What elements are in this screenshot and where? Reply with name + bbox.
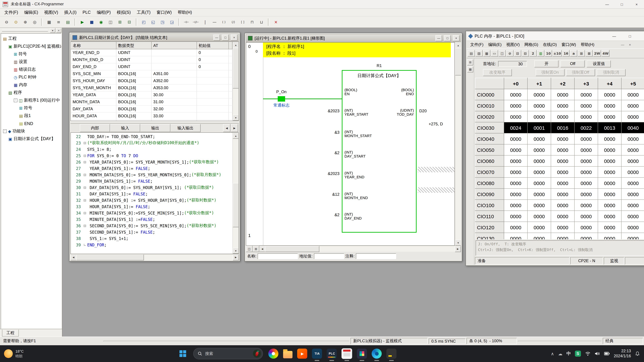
fb-maximize-button[interactable]: □ xyxy=(222,34,229,40)
memory-minimize-button[interactable]: — xyxy=(608,32,621,40)
start-button[interactable] xyxy=(178,349,188,359)
memory-cell[interactable]: 0000 xyxy=(504,189,528,200)
project-view-icon[interactable]: ◰ xyxy=(139,17,148,26)
var-table-cell[interactable]: MONTH_DATA xyxy=(71,98,116,105)
tray-overflow-chevron-icon[interactable]: ∧ xyxy=(551,351,554,356)
scroll-thumb[interactable] xyxy=(265,246,319,252)
copy-icon[interactable]: ⊡ xyxy=(514,50,521,57)
code-fold-icon[interactable]: ⊟ xyxy=(82,211,87,215)
memory-cell[interactable]: 0000 xyxy=(598,111,621,122)
code-line[interactable]: 26⊟ YEAR_DATA[SYS_0]:= SYS_YEAR_MONTH[SY… xyxy=(71,159,232,165)
expand-icon[interactable]: ⊞ xyxy=(578,50,585,57)
function-blocks-node[interactable]: -◆功能块 xyxy=(1,127,61,135)
memory-cell[interactable]: 0000 xyxy=(598,144,621,155)
menu-item-2[interactable]: 视图(V) xyxy=(41,9,61,16)
close-button[interactable]: × xyxy=(629,0,644,8)
memory-cell[interactable]: 0000 xyxy=(621,222,644,233)
fb-splitter[interactable] xyxy=(70,121,239,124)
scroll-arrow-icon[interactable]: ▶ xyxy=(233,254,239,260)
var-table-cell[interactable] xyxy=(197,119,228,121)
memory-cell[interactable]: 0000 xyxy=(504,233,528,239)
code-line[interactable]: 30⊟ DAY_DATA[SYS_0]:= SYS_HOUR_DAY[SYS_1… xyxy=(71,184,232,191)
code-line[interactable]: 38 SYS_1:= SYS_1+1; xyxy=(71,235,232,242)
code-line[interactable]: 25⊟FOR SYS_0:= 0 TO 7 DO xyxy=(71,152,232,159)
memory-cell[interactable]: 0000 xyxy=(574,89,598,100)
code-fold-icon[interactable]: ⊟ xyxy=(82,154,87,158)
memory-cell[interactable]: 0000 xyxy=(574,133,598,144)
memory-node[interactable]: ▦内存 xyxy=(1,81,61,89)
code-fold-icon[interactable]: ⊟ xyxy=(82,198,87,202)
insert-rung-icon[interactable]: ⊞ xyxy=(116,17,124,26)
weather-widget[interactable]: 18°C 晴朗 xyxy=(4,349,24,358)
fb-operand-year_start[interactable]: &2023 xyxy=(313,109,340,113)
scroll-thumb[interactable] xyxy=(455,48,461,75)
code-line[interactable]: 39∟END_FOR; xyxy=(71,242,232,248)
memory-cell[interactable]: 0000 xyxy=(528,177,551,189)
memory-cell[interactable]: 0000 xyxy=(528,100,551,111)
var-table-row[interactable]: SYS_SCE_MINBOOL[16]A351.00 xyxy=(71,70,232,77)
var-table-cell[interactable]: UDINT xyxy=(116,49,152,56)
memory-menu-item-4[interactable]: 在线(O) xyxy=(540,41,559,48)
panel-collapse-button[interactable]: ▾ xyxy=(50,28,55,33)
decimal-format-icon[interactable]: 10 xyxy=(545,50,552,57)
memory-cell[interactable]: 0000 xyxy=(621,111,644,122)
force-button-3[interactable]: 强制取消 xyxy=(597,69,626,76)
fb-operand-tod_day[interactable]: D20 xyxy=(419,109,427,113)
memory-cell[interactable]: 0000 xyxy=(551,111,574,122)
battery-icon[interactable] xyxy=(604,352,610,356)
fb-minimize-button[interactable]: — xyxy=(213,34,220,40)
scroll-arrow-icon[interactable]: ▲ xyxy=(233,42,239,48)
memory-cell[interactable]: 0000 xyxy=(504,211,528,222)
fb-operand-day_start[interactable]: &2 xyxy=(313,150,340,155)
plc-tool-app-icon[interactable]: PLC xyxy=(327,349,337,359)
scroll-thumb[interactable] xyxy=(76,254,144,260)
player-app-icon[interactable] xyxy=(268,349,278,359)
code-line[interactable]: 34⊟ MINUTE_DATA[SYS_0]:=SYS_SCE_MIN[SYS_… xyxy=(71,210,232,216)
fb-table-vertical-scrollbar[interactable]: ▲▼ xyxy=(232,42,238,121)
closed-coil-icon[interactable]: (/) xyxy=(229,17,238,26)
memory-cell[interactable]: 0000 xyxy=(551,233,574,239)
scroll-arrow-icon[interactable]: ▼ xyxy=(455,240,461,246)
scroll-arrow-icon[interactable]: ▶ xyxy=(455,246,461,252)
name-field-input[interactable] xyxy=(258,253,298,259)
memory-cell[interactable]: 0000 xyxy=(621,155,644,166)
memory-cell[interactable]: 0000 xyxy=(598,155,621,166)
code-fold-icon[interactable]: ∟ xyxy=(82,243,87,247)
search-highlight-icon[interactable] xyxy=(253,350,261,358)
memory-child-minimize-button[interactable]: — xyxy=(621,43,624,46)
var-table-cell[interactable]: 0 xyxy=(197,63,228,70)
window-split-icon[interactable]: ◫ xyxy=(106,17,115,26)
var-table-cell[interactable]: A352.00 xyxy=(152,77,197,84)
cx-programmer-app-icon[interactable] xyxy=(342,348,352,359)
section1-node[interactable]: ▤段1 xyxy=(1,112,61,120)
memory-cell[interactable]: 0000 xyxy=(598,233,621,239)
fb-tab-1[interactable]: 输入 xyxy=(110,124,140,132)
var-table-cell[interactable] xyxy=(197,84,228,91)
var-table-row[interactable]: SYS_HOUR_DAYBOOL[16]A352.00 xyxy=(71,77,232,84)
fb-tab-0[interactable]: 内部 xyxy=(80,124,110,132)
contact-operand-label[interactable]: P_On xyxy=(270,89,293,94)
memory-close-button[interactable]: × xyxy=(639,32,644,40)
memory-cell[interactable]: 0000 xyxy=(598,166,621,177)
tab-scroll-left-icon[interactable]: ◀ xyxy=(223,124,230,132)
memory-cell[interactable]: 0000 xyxy=(598,211,621,222)
panel-close-button[interactable]: × xyxy=(56,28,62,33)
ladder-split-button[interactable]: ◫ xyxy=(246,246,252,252)
list-icon[interactable]: ≡ xyxy=(54,17,63,26)
memory-cell[interactable]: 0000 xyxy=(528,189,551,200)
var-table-cell[interactable] xyxy=(152,56,197,63)
memory-cell[interactable]: 0000 xyxy=(551,211,574,222)
var-table-cell[interactable]: 31.00 xyxy=(152,98,197,105)
memory-cell[interactable]: 0000 xyxy=(551,144,574,155)
tree-expander-icon[interactable]: - xyxy=(14,98,18,102)
var-table-cell[interactable]: SYS_HOUR_DAY xyxy=(71,77,116,84)
search-box[interactable]: 搜索 xyxy=(193,348,263,359)
var-table-cell[interactable]: DAY_END_D xyxy=(71,63,116,70)
memory-cell[interactable]: 0001 xyxy=(528,122,551,133)
var-table-cell[interactable]: 32.00 xyxy=(152,105,197,112)
project-tab[interactable]: 工程 xyxy=(2,329,19,336)
end-node[interactable]: ▤END xyxy=(1,120,61,127)
memory-cell[interactable]: 0000 xyxy=(574,166,598,177)
minimize-button[interactable]: — xyxy=(600,0,614,8)
scroll-arrow-icon[interactable]: ▼ xyxy=(233,248,239,254)
